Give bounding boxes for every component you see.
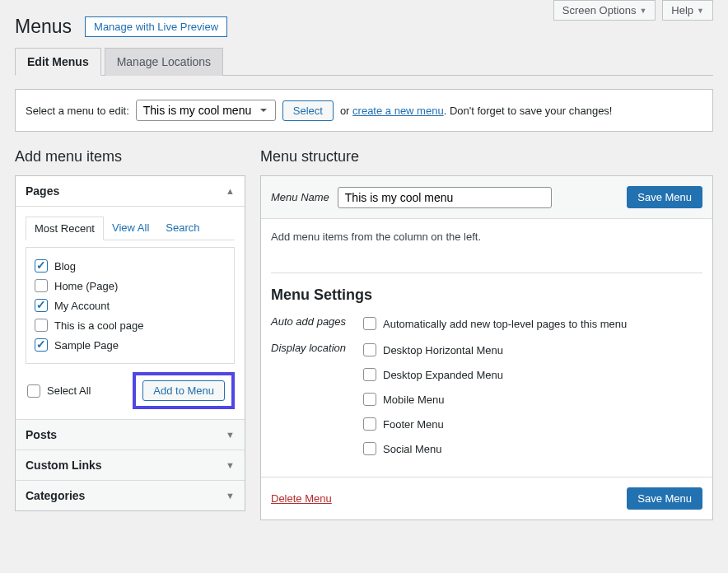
auto-add-checkbox[interactable] [363, 317, 376, 330]
page-item[interactable]: Sample Page [33, 335, 227, 355]
page-item[interactable]: This is a cool page [33, 315, 227, 335]
accordion-pages-label: Pages [26, 184, 59, 198]
display-location-option[interactable]: Desktop Expanded Menu [362, 365, 505, 384]
page-checkbox[interactable] [35, 299, 48, 312]
page-item[interactable]: My Account [33, 296, 227, 315]
chevron-up-icon: ▲ [226, 186, 235, 196]
display-location-option[interactable]: Mobile Menu [362, 389, 505, 409]
display-location-option[interactable]: Footer Menu [362, 414, 505, 434]
auto-add-label: Auto add pages [271, 314, 352, 328]
menu-name-input[interactable] [338, 187, 552, 208]
select-menu-or: or create a new menu. Don't forget to sa… [340, 105, 613, 117]
select-all-row[interactable]: Select All [26, 381, 92, 401]
menu-structure-title: Menu structure [260, 148, 713, 165]
divider [271, 273, 702, 273]
menu-settings-title: Menu Settings [271, 286, 702, 304]
display-location-checkbox[interactable] [363, 393, 376, 406]
help-button[interactable]: Help▼ [662, 0, 713, 21]
help-label: Help [671, 4, 693, 16]
delete-menu-link[interactable]: Delete Menu [271, 492, 332, 505]
display-location-text: Footer Menu [383, 418, 444, 431]
display-location-option[interactable]: Social Menu [362, 439, 505, 459]
accordion-pages-header[interactable]: Pages ▲ [16, 176, 245, 207]
page-item[interactable]: Blog [33, 256, 227, 276]
page-checkbox[interactable] [35, 259, 48, 273]
accordion-posts-label: Posts [26, 428, 57, 441]
menu-select[interactable]: This is my cool menu [136, 100, 276, 121]
display-location-text: Mobile Menu [383, 394, 444, 406]
page-label: This is a cool page [54, 319, 143, 332]
save-menu-button-bottom[interactable]: Save Menu [627, 487, 702, 510]
chevron-down-icon: ▼ [639, 7, 646, 15]
create-new-menu-link[interactable]: create a new menu [352, 105, 444, 117]
display-location-text: Desktop Horizontal Menu [383, 344, 503, 356]
chevron-down-icon: ▼ [697, 7, 704, 15]
add-menu-items-title: Add menu items [15, 148, 245, 165]
display-location-label: Display location [271, 340, 352, 354]
select-menu-label: Select a menu to edit: [26, 105, 129, 117]
menu-hint: Add menu items from the column on the le… [271, 231, 702, 243]
select-menu-button[interactable]: Select [282, 100, 334, 121]
page-item[interactable]: Home (Page) [33, 276, 227, 296]
sub-tab-search[interactable]: Search [157, 217, 208, 240]
accordion-custom-links-label: Custom Links [26, 459, 102, 472]
select-menu-bar: Select a menu to edit: This is my cool m… [15, 89, 713, 132]
auto-add-text: Automatically add new top-level pages to… [383, 318, 627, 330]
sub-tab-view-all[interactable]: View All [104, 217, 157, 240]
display-location-checkbox[interactable] [363, 343, 376, 356]
pages-check-list: Blog Home (Page) My Account This is a co… [26, 247, 235, 364]
accordion-categories-label: Categories [26, 489, 85, 502]
live-preview-button[interactable]: Manage with Live Preview [85, 16, 227, 37]
page-label: Blog [54, 260, 76, 273]
accordion-custom-links-header[interactable]: Custom Links ▼ [16, 450, 245, 481]
display-location-option[interactable]: Desktop Horizontal Menu [362, 340, 505, 360]
page-label: Home (Page) [54, 280, 118, 292]
menu-name-label: Menu Name [271, 191, 329, 203]
select-all-label: Select All [47, 384, 91, 397]
display-location-checkbox[interactable] [363, 368, 376, 381]
add-to-menu-button[interactable]: Add to Menu [142, 380, 225, 401]
chevron-down-icon: ▼ [226, 430, 235, 440]
screen-options-button[interactable]: Screen Options▼ [553, 0, 656, 21]
page-label: Sample Page [54, 339, 119, 352]
chevron-down-icon: ▼ [226, 460, 235, 470]
screen-options-label: Screen Options [562, 4, 637, 16]
accordion-categories-header[interactable]: Categories ▼ [16, 481, 245, 510]
page-checkbox[interactable] [35, 319, 48, 332]
accordion-pages-body: Most Recent View All Search Blog Home (P… [16, 207, 245, 420]
page-checkbox[interactable] [35, 279, 48, 292]
save-menu-button-top[interactable]: Save Menu [627, 186, 702, 208]
page-title: Menus [15, 16, 72, 38]
add-to-menu-highlight: Add to Menu [133, 372, 235, 409]
display-location-text: Social Menu [383, 443, 442, 455]
display-location-checkbox[interactable] [363, 417, 376, 431]
page-checkbox[interactable] [35, 338, 48, 352]
tab-manage-locations[interactable]: Manage Locations [105, 48, 223, 76]
accordion-posts-header[interactable]: Posts ▼ [16, 420, 245, 450]
select-all-checkbox[interactable] [27, 384, 40, 398]
tab-edit-menus[interactable]: Edit Menus [15, 48, 101, 76]
page-label: My Account [54, 300, 110, 312]
auto-add-option[interactable]: Automatically add new top-level pages to… [362, 314, 628, 333]
display-location-text: Desktop Expanded Menu [383, 369, 503, 381]
display-location-checkbox[interactable] [363, 442, 376, 455]
sub-tab-most-recent[interactable]: Most Recent [26, 217, 104, 240]
chevron-down-icon: ▼ [226, 491, 235, 501]
